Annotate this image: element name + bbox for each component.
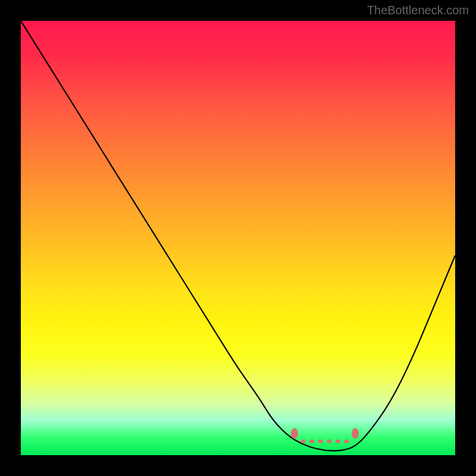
svg-rect-4 (336, 440, 340, 443)
svg-rect-2 (318, 440, 323, 443)
bottleneck-curve-path (21, 21, 455, 451)
svg-point-7 (352, 428, 359, 439)
chart-plot-area (21, 21, 455, 455)
svg-rect-1 (309, 440, 314, 443)
svg-point-6 (291, 428, 298, 439)
valley-markers (291, 428, 359, 439)
attribution-text: TheBottleneck.com (367, 4, 469, 17)
chart-svg (21, 21, 455, 455)
valley-dotted-line (301, 440, 349, 443)
svg-rect-5 (345, 440, 349, 443)
svg-rect-3 (327, 440, 331, 443)
svg-rect-0 (301, 440, 306, 443)
